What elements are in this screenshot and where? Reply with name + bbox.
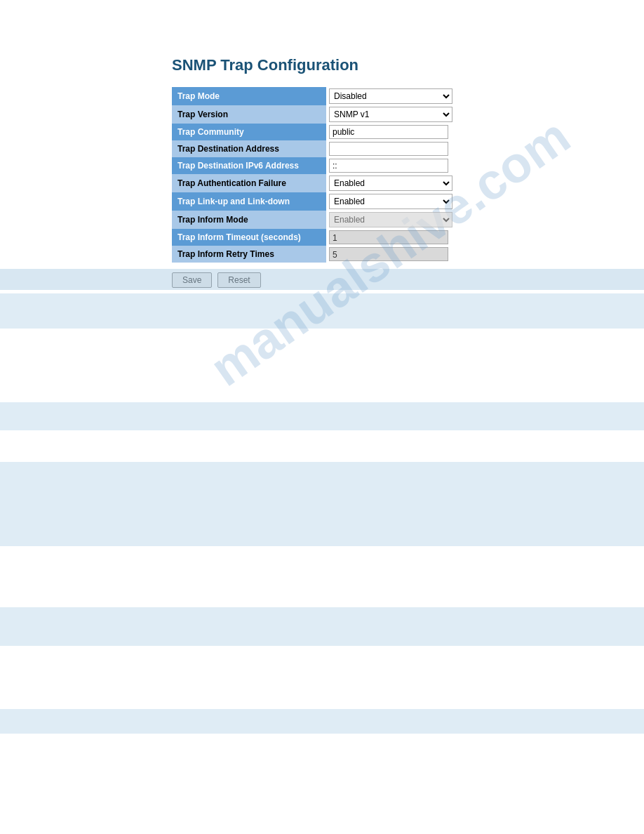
value-cell-3 bbox=[326, 140, 467, 157]
label-cell-0: Trap Mode bbox=[172, 87, 326, 105]
config-table: Trap ModeDisabledEnabledTrap VersionSNMP… bbox=[172, 87, 467, 263]
label-cell-7: Trap Inform Mode bbox=[172, 211, 326, 229]
band-2 bbox=[0, 293, 644, 329]
select-1[interactable]: SNMP v1SNMP v2cSNMP v3 bbox=[329, 107, 452, 122]
value-cell-4 bbox=[326, 157, 467, 174]
label-cell-2: Trap Community bbox=[172, 124, 326, 140]
value-cell-5: EnabledDisabled bbox=[326, 174, 467, 192]
value-cell-6: EnabledDisabled bbox=[326, 192, 467, 211]
select-0[interactable]: DisabledEnabled bbox=[329, 88, 452, 104]
select-5[interactable]: EnabledDisabled bbox=[329, 176, 452, 191]
value-cell-0: DisabledEnabled bbox=[326, 87, 467, 105]
readonly-val-9: 5 bbox=[329, 247, 448, 261]
value-cell-8: 1 bbox=[326, 229, 467, 246]
label-cell-8: Trap Inform Timeout (seconds) bbox=[172, 229, 326, 246]
label-cell-5: Trap Authentication Failure bbox=[172, 174, 326, 192]
band-3 bbox=[0, 402, 644, 430]
input-4[interactable] bbox=[329, 159, 448, 173]
readonly-val-8: 1 bbox=[329, 230, 448, 244]
input-3[interactable] bbox=[329, 142, 448, 156]
band-1 bbox=[0, 269, 644, 290]
page-title: SNMP Trap Configuration bbox=[172, 56, 644, 74]
value-cell-9: 5 bbox=[326, 246, 467, 263]
label-cell-6: Trap Link-up and Link-down bbox=[172, 192, 326, 211]
label-cell-1: Trap Version bbox=[172, 105, 326, 124]
label-cell-4: Trap Destination IPv6 Address bbox=[172, 157, 326, 174]
label-cell-9: Trap Inform Retry Times bbox=[172, 246, 326, 263]
input-2[interactable] bbox=[329, 125, 448, 139]
band-6 bbox=[0, 709, 644, 734]
band-5 bbox=[0, 607, 644, 646]
value-cell-7: EnabledDisabled bbox=[326, 211, 467, 229]
value-cell-2 bbox=[326, 124, 467, 140]
select-6[interactable]: EnabledDisabled bbox=[329, 194, 452, 209]
value-cell-1: SNMP v1SNMP v2cSNMP v3 bbox=[326, 105, 467, 124]
band-4 bbox=[0, 462, 644, 546]
page-wrapper: manualshive.com SNMP Trap Configuration … bbox=[0, 0, 644, 834]
label-cell-3: Trap Destination Address bbox=[172, 140, 326, 157]
select-7: EnabledDisabled bbox=[329, 212, 452, 227]
